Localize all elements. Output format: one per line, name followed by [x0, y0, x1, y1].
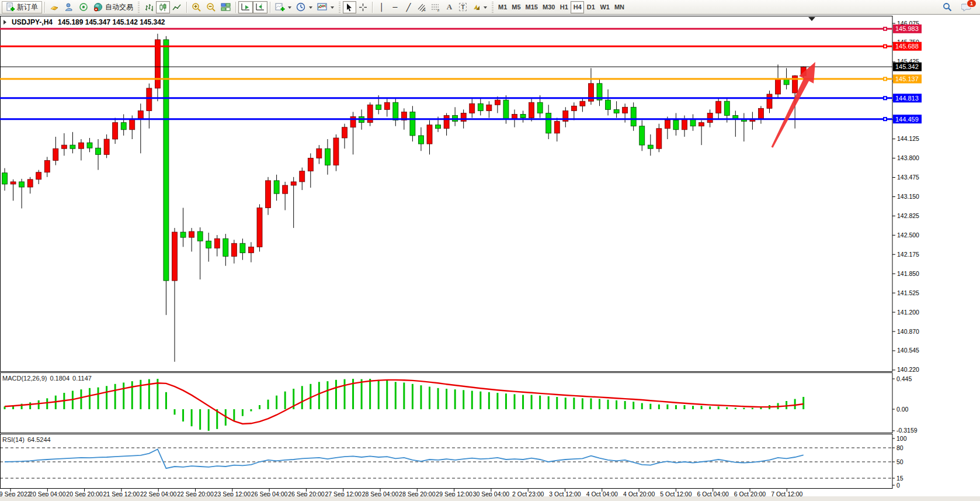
fibonacci-icon: F: [431, 3, 440, 12]
timeframe-h4-button[interactable]: H4: [571, 1, 584, 13]
price-chart[interactable]: 146.075145.750145.425145.100144.775144.4…: [0, 0, 980, 501]
toolbar-separator: [186, 2, 187, 13]
indicators-dropdown-caret: [288, 6, 291, 11]
svg-text:140.220: 140.220: [897, 366, 919, 373]
svg-text:144.813: 144.813: [895, 95, 919, 102]
svg-text:142.500: 142.500: [897, 232, 919, 239]
indicators-button[interactable]: [273, 1, 294, 13]
svg-text:80: 80: [896, 444, 903, 451]
auto-scroll-button[interactable]: [238, 1, 253, 13]
rsi-value: 64.5244: [27, 436, 51, 443]
vertical-line-button[interactable]: │: [375, 1, 388, 13]
templates-dropdown-caret: [331, 6, 334, 11]
timeframe-m1-button[interactable]: M1: [496, 1, 509, 13]
horizontal-line-button[interactable]: ─: [388, 1, 402, 13]
chart-shift-button[interactable]: [253, 1, 267, 13]
navigator-icon: [79, 2, 89, 12]
svg-text:140.870: 140.870: [897, 328, 919, 335]
svg-text:141.850: 141.850: [897, 270, 919, 277]
chart-symbol-period: USDJPY-,H4: [12, 18, 53, 26]
bar-chart-button[interactable]: [142, 1, 156, 13]
crosshair-button[interactable]: [356, 1, 370, 13]
timeframe-label: M30: [543, 4, 555, 11]
indicators-icon: [275, 2, 285, 12]
timeframe-label: W1: [600, 4, 610, 11]
svg-text:-0.3159: -0.3159: [896, 427, 918, 434]
svg-text:142.175: 142.175: [897, 251, 919, 258]
svg-text:0: 0: [896, 482, 900, 489]
macd-signal-value: 0.1147: [72, 375, 92, 382]
new-order-label: 新订单: [17, 2, 38, 12]
channel-button[interactable]: E: [415, 1, 429, 13]
timeframe-d1-button[interactable]: D1: [584, 1, 597, 13]
cursor-button[interactable]: [343, 1, 356, 13]
navigator-button[interactable]: [77, 1, 91, 13]
text-label-button[interactable]: T: [456, 1, 470, 13]
toolbar-drag-handle: [138, 2, 140, 13]
timeframe-m30-button[interactable]: M30: [540, 1, 557, 13]
timeframe-h1-button[interactable]: H1: [557, 1, 571, 13]
market-watch-button[interactable]: [47, 1, 62, 13]
svg-text:141.525: 141.525: [897, 289, 919, 296]
notifications-button[interactable]: 1: [959, 1, 974, 13]
timeframe-label: D1: [587, 4, 595, 11]
svg-text:100: 100: [896, 435, 907, 442]
toolbar-separator: [44, 2, 45, 13]
timeframe-m5-button[interactable]: M5: [509, 1, 523, 13]
zoom-in-icon: [192, 2, 201, 12]
timeframe-m15-button[interactable]: M15: [523, 1, 540, 13]
tile-windows-button[interactable]: [218, 1, 233, 13]
crosshair-icon: [359, 3, 367, 12]
timeframe-w1-button[interactable]: W1: [597, 1, 612, 13]
arrows-dropdown-caret: [484, 6, 487, 11]
macd-name: MACD(12,26,9): [2, 375, 47, 382]
toolbar-right-group: 1: [940, 1, 978, 13]
text-icon: A: [447, 2, 452, 12]
text-button[interactable]: A: [443, 1, 456, 13]
timeframe-label: H1: [560, 4, 568, 11]
rsi-indicator-label: RSI(14) 64.5244: [2, 436, 51, 443]
timeframe-mn-button[interactable]: MN: [612, 1, 627, 13]
horizontal-line-icon: ─: [393, 4, 398, 11]
macd-indicator-label: MACD(12,26,9) 0.1804 0.1147: [2, 375, 92, 382]
candlestick-chart-button[interactable]: [156, 1, 170, 13]
toolbar-drag-handle: [339, 2, 340, 13]
main-toolbar: 新订单 自动交易: [0, 0, 980, 15]
line-chart-button[interactable]: [170, 1, 184, 13]
auto-trading-label: 自动交易: [105, 2, 133, 12]
fibonacci-button[interactable]: F: [429, 1, 443, 13]
periods-button[interactable]: [294, 1, 315, 13]
trendline-icon: ╱: [406, 4, 411, 11]
zoom-out-button[interactable]: [204, 1, 218, 13]
candlestick-chart-icon: [158, 3, 168, 12]
data-window-button[interactable]: [62, 1, 77, 13]
svg-text:144.125: 144.125: [897, 135, 919, 142]
auto-trading-button[interactable]: 自动交易: [91, 1, 135, 13]
toolbar-drag-handle: [492, 2, 494, 13]
templates-button[interactable]: [315, 1, 336, 13]
zoom-out-icon: [206, 2, 216, 12]
text-label-icon: T: [459, 3, 467, 11]
svg-text:143.150: 143.150: [897, 193, 919, 200]
arrows-button[interactable]: [470, 1, 489, 13]
search-icon: [943, 2, 952, 12]
cursor-icon: [345, 3, 354, 12]
svg-text:142.825: 142.825: [897, 212, 919, 219]
svg-text:50: 50: [896, 458, 903, 465]
trendline-button[interactable]: ╱: [402, 1, 415, 13]
rsi-name: RSI(14): [2, 436, 25, 443]
new-order-button[interactable]: 新订单: [2, 1, 42, 13]
toolbar-separator: [235, 2, 236, 13]
periods-dropdown-caret: [309, 6, 312, 11]
svg-text:144.459: 144.459: [895, 116, 919, 123]
macd-main-value: 0.1804: [50, 375, 69, 382]
timeframe-label: MN: [614, 4, 624, 11]
auto-scroll-icon: [241, 2, 251, 12]
auto-trading-icon: [93, 2, 103, 12]
svg-text:0.445: 0.445: [896, 375, 912, 382]
equidistant-channel-icon: E: [418, 3, 426, 12]
one-click-trading-expander-icon[interactable]: [4, 20, 6, 25]
search-button[interactable]: [940, 1, 954, 13]
timeframe-label: M15: [526, 4, 538, 11]
zoom-in-button[interactable]: [189, 1, 204, 13]
